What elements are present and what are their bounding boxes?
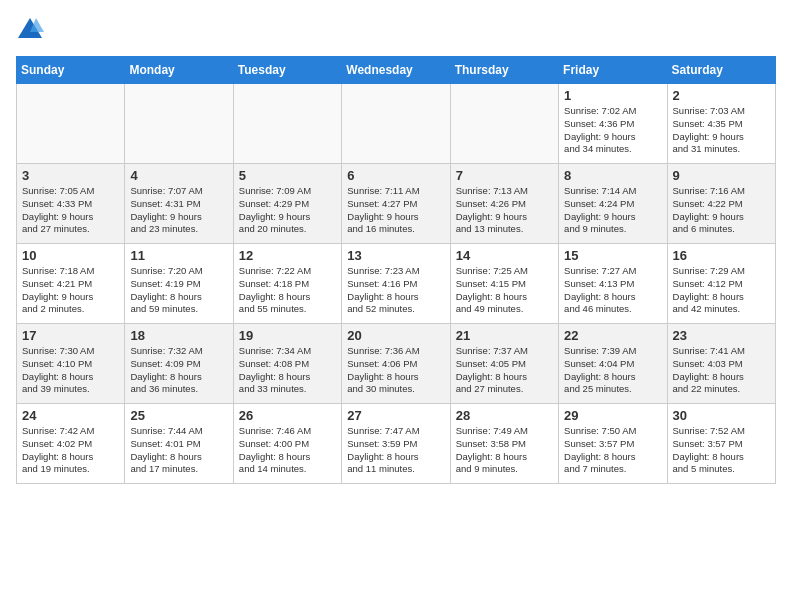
day-number: 19: [239, 328, 336, 343]
logo: [16, 16, 48, 44]
calendar-day: 18Sunrise: 7:32 AM Sunset: 4:09 PM Dayli…: [125, 324, 233, 404]
header-day-sunday: Sunday: [17, 57, 125, 84]
day-info: Sunrise: 7:44 AM Sunset: 4:01 PM Dayligh…: [130, 425, 227, 476]
day-number: 16: [673, 248, 770, 263]
calendar-day: 26Sunrise: 7:46 AM Sunset: 4:00 PM Dayli…: [233, 404, 341, 484]
day-info: Sunrise: 7:22 AM Sunset: 4:18 PM Dayligh…: [239, 265, 336, 316]
header-day-wednesday: Wednesday: [342, 57, 450, 84]
calendar-day: 13Sunrise: 7:23 AM Sunset: 4:16 PM Dayli…: [342, 244, 450, 324]
day-number: 29: [564, 408, 661, 423]
calendar-day: 19Sunrise: 7:34 AM Sunset: 4:08 PM Dayli…: [233, 324, 341, 404]
calendar-day: 3Sunrise: 7:05 AM Sunset: 4:33 PM Daylig…: [17, 164, 125, 244]
day-number: 15: [564, 248, 661, 263]
day-number: 12: [239, 248, 336, 263]
day-number: 9: [673, 168, 770, 183]
day-info: Sunrise: 7:42 AM Sunset: 4:02 PM Dayligh…: [22, 425, 119, 476]
day-info: Sunrise: 7:52 AM Sunset: 3:57 PM Dayligh…: [673, 425, 770, 476]
header-day-saturday: Saturday: [667, 57, 775, 84]
day-info: Sunrise: 7:14 AM Sunset: 4:24 PM Dayligh…: [564, 185, 661, 236]
day-number: 21: [456, 328, 553, 343]
calendar-day: 27Sunrise: 7:47 AM Sunset: 3:59 PM Dayli…: [342, 404, 450, 484]
calendar-day: 4Sunrise: 7:07 AM Sunset: 4:31 PM Daylig…: [125, 164, 233, 244]
day-number: 7: [456, 168, 553, 183]
calendar-day: 5Sunrise: 7:09 AM Sunset: 4:29 PM Daylig…: [233, 164, 341, 244]
day-info: Sunrise: 7:30 AM Sunset: 4:10 PM Dayligh…: [22, 345, 119, 396]
calendar-day: [17, 84, 125, 164]
header-day-monday: Monday: [125, 57, 233, 84]
calendar-day: 16Sunrise: 7:29 AM Sunset: 4:12 PM Dayli…: [667, 244, 775, 324]
day-number: 3: [22, 168, 119, 183]
day-info: Sunrise: 7:18 AM Sunset: 4:21 PM Dayligh…: [22, 265, 119, 316]
day-info: Sunrise: 7:34 AM Sunset: 4:08 PM Dayligh…: [239, 345, 336, 396]
calendar-week-1: 1Sunrise: 7:02 AM Sunset: 4:36 PM Daylig…: [17, 84, 776, 164]
day-info: Sunrise: 7:07 AM Sunset: 4:31 PM Dayligh…: [130, 185, 227, 236]
day-info: Sunrise: 7:29 AM Sunset: 4:12 PM Dayligh…: [673, 265, 770, 316]
calendar-day: [450, 84, 558, 164]
calendar-day: [342, 84, 450, 164]
day-number: 30: [673, 408, 770, 423]
day-info: Sunrise: 7:46 AM Sunset: 4:00 PM Dayligh…: [239, 425, 336, 476]
header-day-tuesday: Tuesday: [233, 57, 341, 84]
day-info: Sunrise: 7:11 AM Sunset: 4:27 PM Dayligh…: [347, 185, 444, 236]
day-number: 26: [239, 408, 336, 423]
calendar-day: 1Sunrise: 7:02 AM Sunset: 4:36 PM Daylig…: [559, 84, 667, 164]
calendar-week-5: 24Sunrise: 7:42 AM Sunset: 4:02 PM Dayli…: [17, 404, 776, 484]
calendar-day: [233, 84, 341, 164]
calendar-day: 25Sunrise: 7:44 AM Sunset: 4:01 PM Dayli…: [125, 404, 233, 484]
day-number: 8: [564, 168, 661, 183]
calendar-day: 7Sunrise: 7:13 AM Sunset: 4:26 PM Daylig…: [450, 164, 558, 244]
day-number: 5: [239, 168, 336, 183]
calendar-day: 28Sunrise: 7:49 AM Sunset: 3:58 PM Dayli…: [450, 404, 558, 484]
day-number: 4: [130, 168, 227, 183]
day-number: 14: [456, 248, 553, 263]
day-info: Sunrise: 7:50 AM Sunset: 3:57 PM Dayligh…: [564, 425, 661, 476]
day-info: Sunrise: 7:03 AM Sunset: 4:35 PM Dayligh…: [673, 105, 770, 156]
calendar-day: 20Sunrise: 7:36 AM Sunset: 4:06 PM Dayli…: [342, 324, 450, 404]
day-info: Sunrise: 7:16 AM Sunset: 4:22 PM Dayligh…: [673, 185, 770, 236]
logo-icon: [16, 16, 44, 44]
calendar-week-4: 17Sunrise: 7:30 AM Sunset: 4:10 PM Dayli…: [17, 324, 776, 404]
calendar-week-3: 10Sunrise: 7:18 AM Sunset: 4:21 PM Dayli…: [17, 244, 776, 324]
day-info: Sunrise: 7:49 AM Sunset: 3:58 PM Dayligh…: [456, 425, 553, 476]
day-number: 27: [347, 408, 444, 423]
day-number: 18: [130, 328, 227, 343]
calendar-day: 29Sunrise: 7:50 AM Sunset: 3:57 PM Dayli…: [559, 404, 667, 484]
page-header: [16, 16, 776, 44]
day-info: Sunrise: 7:25 AM Sunset: 4:15 PM Dayligh…: [456, 265, 553, 316]
calendar-day: 15Sunrise: 7:27 AM Sunset: 4:13 PM Dayli…: [559, 244, 667, 324]
header-row: SundayMondayTuesdayWednesdayThursdayFrid…: [17, 57, 776, 84]
day-number: 10: [22, 248, 119, 263]
day-number: 6: [347, 168, 444, 183]
calendar-day: 9Sunrise: 7:16 AM Sunset: 4:22 PM Daylig…: [667, 164, 775, 244]
calendar-day: 10Sunrise: 7:18 AM Sunset: 4:21 PM Dayli…: [17, 244, 125, 324]
day-info: Sunrise: 7:37 AM Sunset: 4:05 PM Dayligh…: [456, 345, 553, 396]
day-info: Sunrise: 7:47 AM Sunset: 3:59 PM Dayligh…: [347, 425, 444, 476]
day-info: Sunrise: 7:39 AM Sunset: 4:04 PM Dayligh…: [564, 345, 661, 396]
day-info: Sunrise: 7:32 AM Sunset: 4:09 PM Dayligh…: [130, 345, 227, 396]
day-info: Sunrise: 7:23 AM Sunset: 4:16 PM Dayligh…: [347, 265, 444, 316]
day-number: 23: [673, 328, 770, 343]
calendar-day: 6Sunrise: 7:11 AM Sunset: 4:27 PM Daylig…: [342, 164, 450, 244]
calendar-day: 30Sunrise: 7:52 AM Sunset: 3:57 PM Dayli…: [667, 404, 775, 484]
day-info: Sunrise: 7:09 AM Sunset: 4:29 PM Dayligh…: [239, 185, 336, 236]
day-number: 20: [347, 328, 444, 343]
calendar-day: 14Sunrise: 7:25 AM Sunset: 4:15 PM Dayli…: [450, 244, 558, 324]
calendar-day: 17Sunrise: 7:30 AM Sunset: 4:10 PM Dayli…: [17, 324, 125, 404]
calendar-day: 11Sunrise: 7:20 AM Sunset: 4:19 PM Dayli…: [125, 244, 233, 324]
day-info: Sunrise: 7:41 AM Sunset: 4:03 PM Dayligh…: [673, 345, 770, 396]
day-number: 1: [564, 88, 661, 103]
day-number: 11: [130, 248, 227, 263]
day-info: Sunrise: 7:20 AM Sunset: 4:19 PM Dayligh…: [130, 265, 227, 316]
day-number: 13: [347, 248, 444, 263]
calendar-day: 2Sunrise: 7:03 AM Sunset: 4:35 PM Daylig…: [667, 84, 775, 164]
header-day-friday: Friday: [559, 57, 667, 84]
calendar-day: 8Sunrise: 7:14 AM Sunset: 4:24 PM Daylig…: [559, 164, 667, 244]
day-info: Sunrise: 7:27 AM Sunset: 4:13 PM Dayligh…: [564, 265, 661, 316]
day-info: Sunrise: 7:02 AM Sunset: 4:36 PM Dayligh…: [564, 105, 661, 156]
calendar-day: 23Sunrise: 7:41 AM Sunset: 4:03 PM Dayli…: [667, 324, 775, 404]
day-info: Sunrise: 7:13 AM Sunset: 4:26 PM Dayligh…: [456, 185, 553, 236]
calendar-day: 21Sunrise: 7:37 AM Sunset: 4:05 PM Dayli…: [450, 324, 558, 404]
day-number: 24: [22, 408, 119, 423]
calendar-day: [125, 84, 233, 164]
day-number: 22: [564, 328, 661, 343]
